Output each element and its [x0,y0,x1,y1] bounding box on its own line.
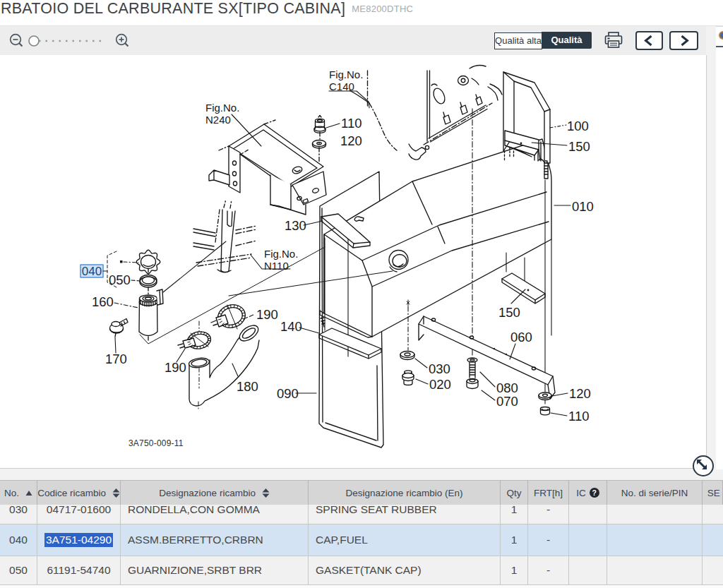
svg-text:030: 030 [429,361,450,376]
svg-text:170: 170 [105,352,127,366]
svg-text:120: 120 [569,386,591,401]
svg-text:180: 180 [237,379,258,394]
svg-text:040: 040 [82,265,102,278]
svg-text:020: 020 [429,377,451,392]
svg-text:190: 190 [256,307,278,322]
svg-text:Fig.No.: Fig.No. [329,68,363,80]
svg-text:Fig.No.: Fig.No. [264,248,298,260]
svg-text:110: 110 [341,116,362,131]
svg-text:010: 010 [572,199,594,214]
svg-text:3A750-009-11: 3A750-009-11 [129,438,184,448]
svg-text:Fig.No.: Fig.No. [205,102,239,114]
svg-text:150: 150 [568,139,590,154]
svg-text:120: 120 [340,133,362,148]
svg-text:070: 070 [496,394,518,409]
svg-text:190: 190 [165,360,186,375]
svg-text:130: 130 [285,218,306,233]
svg-text:150: 150 [498,305,520,320]
svg-text:N110: N110 [264,260,289,272]
svg-text:080: 080 [496,380,518,395]
svg-text:060: 060 [510,330,532,344]
svg-text:C140: C140 [329,80,354,92]
svg-text:090: 090 [277,386,299,401]
svg-text:N240: N240 [205,114,231,126]
svg-text:110: 110 [568,409,590,424]
svg-text:140: 140 [280,319,302,334]
svg-text:100: 100 [567,119,589,133]
svg-text:160: 160 [92,294,114,309]
